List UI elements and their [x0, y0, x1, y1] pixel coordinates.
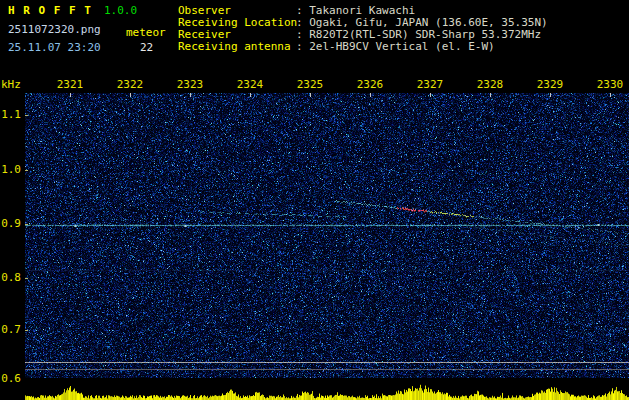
station-info: Observer: Takanori KawachiReceiving Loca… — [178, 5, 548, 53]
time-tick-label: 2326 — [355, 79, 385, 91]
info-row: Receiving antenna: 2el-HB9CV Vertical (e… — [178, 41, 548, 53]
time-tick-label: 2322 — [115, 79, 145, 91]
time-tick-label: 2328 — [475, 79, 505, 91]
freq-tick-label: 0.6 — [0, 373, 21, 385]
signal-strength-meter — [25, 380, 629, 400]
freq-tick-label: 0.7 — [0, 324, 21, 336]
freq-tick-label: 0.8 — [0, 272, 21, 284]
spectrogram — [25, 93, 629, 378]
freq-tick-label: 1.0 — [0, 164, 21, 176]
app-title: H R O F F T — [8, 5, 92, 17]
time-tick-label: 2330 — [595, 79, 625, 91]
output-filename: 2511072320.png — [8, 24, 101, 36]
observation-datetime: 25.11.07 23:20 — [8, 42, 101, 54]
freq-tick-label: 0.9 — [0, 218, 21, 230]
hrofft-screen: H R O F F T 1.0.0 2511072320.png meteor … — [0, 0, 629, 400]
time-tick-label: 2321 — [55, 79, 85, 91]
time-tick-label: 2323 — [175, 79, 205, 91]
observation-mode: meteor — [126, 27, 166, 39]
freq-tick-label: 1.1 — [0, 109, 21, 121]
time-tick-label: 2325 — [295, 79, 325, 91]
time-tick-label: 2329 — [535, 79, 565, 91]
time-tick-label: 2324 — [235, 79, 265, 91]
echo-count: 22 — [140, 42, 153, 54]
time-tick-label: 2327 — [415, 79, 445, 91]
info-value: : 2el-HB9CV Vertical (el. E-W) — [296, 41, 495, 53]
info-label: Receiving antenna — [178, 41, 296, 53]
app-version: 1.0.0 — [104, 5, 137, 17]
freq-axis-unit: kHz — [1, 79, 21, 91]
